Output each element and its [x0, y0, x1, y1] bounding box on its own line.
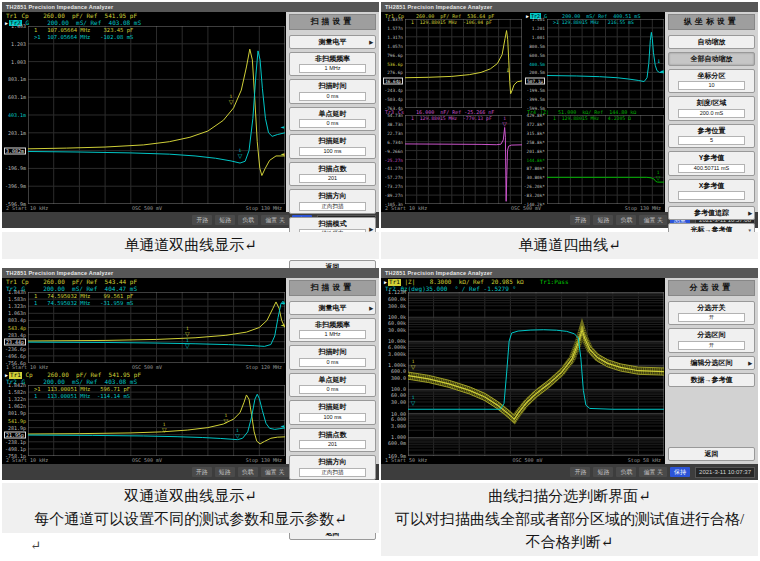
- menu-item-7[interactable]: 参考值追踪▶: [668, 206, 755, 220]
- status-button-2[interactable]: 负载: [616, 467, 636, 477]
- menu-item-1[interactable]: 非扫频频率1 MHz: [289, 318, 376, 343]
- menu-item-3[interactable]: 数据→参考值: [668, 373, 755, 387]
- axis-label: 276.6p: [387, 70, 403, 75]
- softkey-menu: 分选设置分选开关开分选区间开编辑分选区间▶数据→参考值返回: [665, 278, 758, 464]
- menu-item-2[interactable]: 扫描时间0 ms: [289, 79, 376, 104]
- status-button-3[interactable]: 偏置 关: [639, 215, 667, 225]
- y-axis-labels: 1.837n1.577n1.317n1.057n796.6p536.6p276.…: [381, 19, 404, 108]
- menu-item-value: 0 ms: [299, 385, 366, 394]
- menu-item-2[interactable]: 编辑分选区间▶: [668, 356, 755, 370]
- panel-content: Tr1 Cp 260.00 pF/ Ref 543.44 pFTr2 G 200…: [2, 278, 379, 480]
- plot-area: 1.843n1.583n1.323n1.063n803.4p543.4p283.…: [2, 292, 286, 363]
- menu-item-5[interactable]: 扫描点数201: [289, 162, 376, 187]
- axis-label: -236.6p: [5, 346, 26, 351]
- menu-item-label: 扫描点数: [290, 431, 375, 439]
- menu-item-5[interactable]: 扫描点数201: [289, 428, 376, 453]
- menu-item-value: 200.0 mS: [678, 109, 745, 118]
- status-button-3[interactable]: 偏置 关: [261, 467, 289, 477]
- menu-item-label: 数据→参考值: [669, 376, 754, 384]
- window-title: TH2851 Precision Impedance Analyzer: [381, 2, 758, 12]
- axis-label: -399.5m: [526, 97, 545, 102]
- sweep-stop-label: Stop 130 MHz: [625, 205, 661, 211]
- status-button-1[interactable]: 短路: [215, 467, 235, 477]
- menu-item-5[interactable]: Y参考值400.50711 mS: [668, 151, 755, 176]
- graph-column: Tr1 Cp 260.00 pF/ Ref 536.64 pF1.837n1.5…: [381, 12, 665, 212]
- panel-body: Tr1 Cp 260.00 pF/ Ref 541.95 pF▶Tr2 G 20…: [2, 12, 379, 212]
- softkey-menu: 扫描设置测量电平▶非扫频频率1 MHz扫描时间0 ms单点延时0 ms扫描延时1…: [286, 12, 379, 212]
- menu-item-6[interactable]: 扫描方向正向扫描: [289, 189, 376, 214]
- menu-item-2[interactable]: 扫描时间0 ms: [289, 345, 376, 370]
- menu-item-1[interactable]: 非扫频频率1 MHz: [289, 52, 376, 77]
- menu-item-value: 开: [678, 341, 745, 350]
- menu-item-6[interactable]: X参考值: [668, 179, 755, 204]
- axis-label: 1.842n: [8, 383, 26, 388]
- plot-canvas: ↓: [405, 19, 522, 108]
- menu-item-2[interactable]: 坐标分区10: [668, 69, 755, 94]
- axis-label: -199.5m: [526, 88, 545, 93]
- axis-label: 16.64p: [383, 78, 403, 85]
- axis-label: 1.317n: [387, 34, 403, 39]
- menu-back-label: 返回: [669, 450, 754, 458]
- axis-label: -73.27n: [384, 184, 403, 189]
- axis-label: 60.00k: [388, 320, 406, 325]
- menu-item-6[interactable]: 扫描方向正向扫描: [289, 455, 376, 480]
- softkey-menu: 纵坐标设置自动缩放全部自动缩放坐标分区10刻度/区域200.0 mS参考位置5Y…: [665, 12, 758, 212]
- plot-area: 1.123M600.0k300.0k100.0k60.00k30.00k10.0…: [381, 292, 665, 456]
- status-button-2[interactable]: 负载: [238, 215, 258, 225]
- status-button-3[interactable]: 偏置 关: [261, 215, 289, 225]
- axis-label: -26.20k*: [524, 184, 545, 189]
- status-button-1[interactable]: 短路: [593, 215, 613, 225]
- status-button-0[interactable]: 开路: [192, 215, 212, 225]
- status-button-0[interactable]: 开路: [570, 215, 590, 225]
- menu-item-0[interactable]: 测量电平▶: [289, 301, 376, 315]
- status-button-0[interactable]: 开路: [192, 467, 212, 477]
- plot-canvas: 1▽1▽: [408, 292, 664, 456]
- menu-item-value: 1 MHz: [299, 330, 366, 339]
- graph-column: ▶Tr1 |Z| 8.3000 kΩ/ Ref 20.985 kΩTr1:Pas…: [381, 278, 665, 464]
- menu-item-0[interactable]: 自动缩放: [668, 35, 755, 49]
- menu-item-3[interactable]: 单点延时0 ms: [289, 107, 376, 132]
- graph-column: Tr1 Cp 260.00 pF/ Ref 541.95 pF▶Tr2 G 20…: [2, 12, 286, 212]
- status-button-0[interactable]: 开路: [570, 467, 590, 477]
- menu-item-1[interactable]: 分选区间开: [668, 328, 755, 353]
- paragraph-return-mark: ↵: [30, 539, 41, 552]
- axis-label: 283.4p: [8, 332, 26, 337]
- axis-label: 403.1m: [8, 113, 26, 118]
- plot-svg: [408, 292, 664, 456]
- marker-readout: 1 129.88015 MHz -770.13 pF: [411, 116, 492, 122]
- status-button-4[interactable]: 保持: [670, 467, 690, 477]
- axis-label: -758.1p: [5, 454, 26, 459]
- menu-item-label: 扫描时间: [290, 82, 375, 90]
- graph-column: Tr1 Cp 260.00 pF/ Ref 543.44 pFTr2 G 200…: [2, 278, 286, 464]
- menu-item-4[interactable]: 扫描延时100 ms: [289, 134, 376, 159]
- axis-label: 203.1m: [8, 130, 26, 135]
- status-button-3[interactable]: 偏置 关: [639, 467, 667, 477]
- y-axis-labels: 1.4011.2011.001800.5m600.5m400.5m200.5m5…: [523, 19, 546, 108]
- menu-back-button[interactable]: 返回: [668, 447, 755, 461]
- menu-item-4[interactable]: 扫描延时100 ms: [289, 400, 376, 425]
- submenu-arrow-icon: ▶: [369, 38, 373, 46]
- axis-label: 23.44p: [4, 338, 26, 345]
- menu-item-label: Y参考值: [669, 154, 754, 162]
- menu-item-label: 扫描延时: [290, 137, 375, 145]
- axis-label: 1.322n: [8, 397, 26, 402]
- menu-item-1[interactable]: 全部自动缩放: [668, 52, 755, 66]
- axis-label: 30.00: [391, 400, 406, 405]
- axis-label: 300.0k: [388, 303, 406, 308]
- menu-item-3[interactable]: 刻度/区域200.0 mS: [668, 96, 755, 121]
- status-button-1[interactable]: 短路: [593, 467, 613, 477]
- submenu-arrow-icon: ▶: [748, 359, 752, 367]
- menu-item-0[interactable]: 测量电平▶: [289, 35, 376, 49]
- axis-label: 169.9m: [388, 454, 406, 459]
- status-button-2[interactable]: 负载: [616, 215, 636, 225]
- status-button-2[interactable]: 负载: [238, 467, 258, 477]
- panel-content: Tr1 Cp 260.00 pF/ Ref 536.64 pF1.837n1.5…: [381, 12, 758, 228]
- y-axis-labels: 1.843n1.583n1.323n1.063n803.4p543.4p283.…: [2, 292, 27, 363]
- window-title: TH2851 Precision Impedance Analyzer: [2, 268, 379, 278]
- caption-line: 单通道四曲线↵: [381, 234, 758, 257]
- menu-item-0[interactable]: 分选开关开: [668, 301, 755, 326]
- status-button-1[interactable]: 短路: [215, 215, 235, 225]
- menu-item-3[interactable]: 单点延时0 ms: [289, 373, 376, 398]
- menu-item-value: 5: [678, 136, 745, 145]
- menu-item-4[interactable]: 参考位置5: [668, 124, 755, 149]
